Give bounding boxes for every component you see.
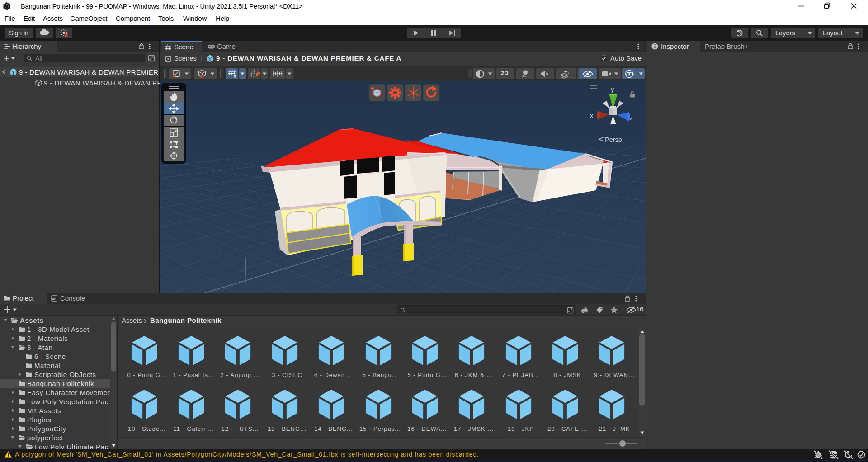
svg-text:x: x: [590, 112, 593, 119]
svg-text:y: y: [611, 86, 614, 93]
svg-text:Y: Y: [233, 74, 236, 79]
svg-text:z: z: [630, 114, 633, 122]
svg-text:Persp: Persp: [605, 136, 622, 143]
